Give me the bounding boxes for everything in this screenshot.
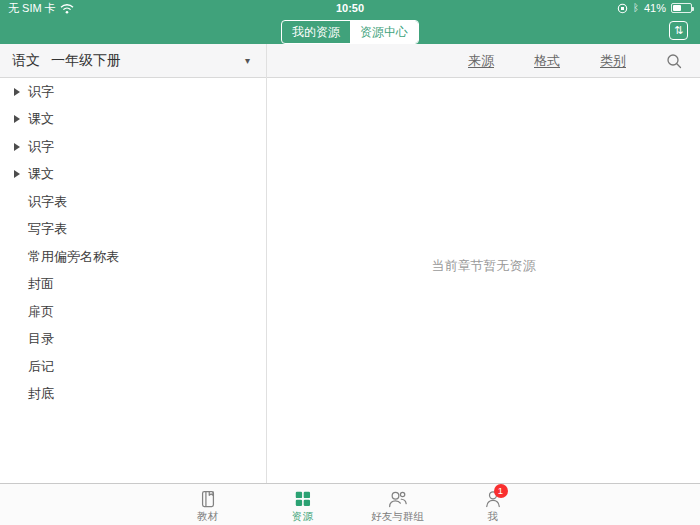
tab-me[interactable]: 1 我 (445, 484, 540, 525)
battery-percent-label: 41% (644, 2, 666, 14)
chapter-label: 目录 (28, 330, 54, 348)
chapter-label: 识字 (28, 83, 54, 101)
chapter-label: 封面 (28, 275, 54, 293)
chapter-item[interactable]: 目录 (0, 326, 266, 354)
empty-state-message: 当前章节暂无资源 (432, 257, 536, 275)
filter-format[interactable]: 格式 (534, 52, 560, 70)
status-time: 10:50 (336, 2, 364, 14)
chapter-item[interactable]: 常用偏旁名称表 (0, 243, 266, 271)
bottom-tab-bar: 教材 资源 好友与群组 (0, 483, 700, 525)
chapter-item[interactable]: 封面 (0, 271, 266, 299)
tab-label: 我 (487, 510, 498, 524)
header-row: 语文 一年级下册 ▾ 来源 格式 类别 (0, 44, 700, 78)
chapter-item[interactable]: 后记 (0, 353, 266, 381)
person-icon: 1 (483, 488, 503, 509)
notification-badge: 1 (494, 484, 508, 498)
chapter-item[interactable]: 扉页 (0, 298, 266, 326)
book-title: 一年级下册 (51, 52, 121, 70)
chapter-label: 识字 (28, 138, 54, 156)
search-icon (666, 53, 682, 69)
status-left: 无 SIM 卡 (8, 1, 74, 16)
tab-textbook[interactable]: 教材 (160, 484, 255, 525)
battery-nub (692, 7, 694, 11)
chapter-item[interactable]: 课文 (0, 106, 266, 134)
disclosure-triangle-icon (14, 115, 20, 123)
resource-segmented-control: 我的资源 资源中心 (281, 20, 419, 44)
disclosure-triangle-icon (14, 88, 20, 96)
app-window: 无 SIM 卡 10:50 ᛒ 41% (0, 0, 700, 525)
chapter-label: 课文 (28, 110, 54, 128)
transfer-arrows-icon: ⇅ (674, 25, 683, 36)
tab-friends-groups[interactable]: 好友与群组 (350, 484, 445, 525)
wifi-icon (60, 3, 74, 14)
chapter-item[interactable]: 写字表 (0, 216, 266, 244)
carrier-label: 无 SIM 卡 (8, 1, 56, 16)
filter-bar: 来源 格式 类别 (266, 44, 700, 77)
chapter-label: 封底 (28, 385, 54, 403)
chapter-list: 识字 课文 识字 课文 识字表 写字表 常用偏旁名称表 封面 (0, 78, 266, 483)
tab-label: 好友与群组 (371, 510, 424, 524)
chapter-label: 课文 (28, 165, 54, 183)
chapter-label: 识字表 (28, 193, 67, 211)
chapter-label: 写字表 (28, 220, 67, 238)
chapter-label: 常用偏旁名称表 (28, 248, 119, 266)
disclosure-triangle-icon (14, 143, 20, 151)
status-bar: 无 SIM 卡 10:50 ᛒ 41% (0, 0, 700, 16)
people-icon (387, 488, 409, 509)
bluetooth-icon: ᛒ (633, 3, 639, 13)
chapter-item[interactable]: 封底 (0, 381, 266, 409)
chapter-label: 扉页 (28, 303, 54, 321)
tab-resources[interactable]: 资源 (255, 484, 350, 525)
chevron-down-icon: ▾ (245, 55, 250, 66)
disclosure-triangle-icon (14, 170, 20, 178)
search-button[interactable] (666, 53, 682, 69)
filter-source[interactable]: 来源 (468, 52, 494, 70)
tab-label: 教材 (197, 510, 218, 524)
chapter-item[interactable]: 课文 (0, 161, 266, 189)
chapter-item[interactable]: 识字 (0, 78, 266, 106)
transfer-button[interactable]: ⇅ (669, 21, 688, 40)
battery-fill (673, 5, 681, 11)
tab-label: 资源 (292, 510, 313, 524)
segment-my-resources[interactable]: 我的资源 (282, 21, 350, 43)
chapter-item[interactable]: 识字 (0, 133, 266, 161)
grid-icon (293, 488, 312, 509)
resource-panel: 当前章节暂无资源 (267, 78, 700, 483)
battery-icon (671, 3, 692, 13)
book-subject: 语文 (12, 52, 40, 70)
chapter-item[interactable]: 识字表 (0, 188, 266, 216)
top-bar: 无 SIM 卡 10:50 ᛒ 41% (0, 0, 700, 44)
nav-row: 我的资源 资源中心 ⇅ (0, 16, 700, 44)
chapter-label: 后记 (28, 358, 54, 376)
orientation-lock-icon (617, 3, 628, 14)
book-selector[interactable]: 语文 一年级下册 ▾ (0, 44, 266, 77)
filter-category[interactable]: 类别 (600, 52, 626, 70)
book-icon (198, 488, 218, 509)
status-right: ᛒ 41% (617, 2, 692, 14)
segment-resource-center[interactable]: 资源中心 (350, 21, 418, 43)
